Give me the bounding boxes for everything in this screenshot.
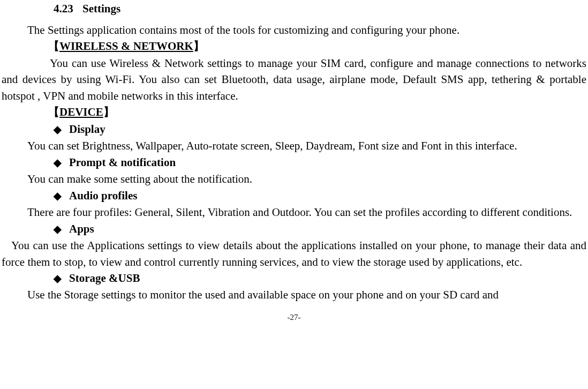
wireless-body-text: You can use Wireless & Network settings … (2, 57, 586, 102)
bullet-storage: ◆Storage &USB (54, 270, 588, 287)
left-bracket-icon: 【 (48, 104, 59, 121)
prompt-body: You can make some setting about the noti… (2, 171, 586, 187)
bullet-apps: ◆Apps (54, 221, 588, 238)
display-body: You can set Brightness, Wallpaper, Auto-… (2, 138, 586, 154)
storage-body: Use the Storage settings to monitor the … (2, 287, 586, 303)
right-bracket-icon: 】 (103, 104, 115, 121)
wireless-heading: 【WIRELESS & NETWORK】 (48, 38, 588, 55)
device-heading-text: DEVICE (59, 106, 103, 118)
page-container: 4.23 Settings The Settings application c… (0, 0, 588, 322)
bullet-label: Storage &USB (69, 272, 140, 285)
bullet-label: Display (69, 123, 105, 136)
wireless-heading-text: WIRELESS & NETWORK (59, 40, 193, 53)
section-title-text: Settings (82, 2, 120, 15)
section-heading: 4.23 Settings (54, 2, 588, 16)
bullet-display: ◆Display (54, 121, 588, 138)
bullet-label: Apps (69, 222, 94, 235)
section-number: 4.23 (54, 2, 73, 16)
bullet-label: Audio profiles (69, 189, 137, 202)
left-bracket-icon: 【 (48, 38, 59, 55)
diamond-icon: ◆ (54, 155, 62, 171)
diamond-icon: ◆ (54, 122, 62, 138)
bullet-audio: ◆Audio profiles (54, 188, 588, 205)
diamond-icon: ◆ (54, 222, 62, 237)
audio-body: There are four profiles: General, Silent… (2, 204, 586, 220)
apps-body: You can use the Applications settings to… (2, 237, 586, 270)
bullet-prompt: ◆Prompt & notification (54, 154, 588, 171)
page-number: -27- (0, 313, 588, 322)
diamond-icon: ◆ (54, 271, 62, 287)
bullet-label: Prompt & notification (69, 156, 176, 169)
intro-paragraph: The Settings application contains most o… (2, 22, 586, 38)
device-heading: 【DEVICE】 (48, 104, 588, 121)
right-bracket-icon: 】 (193, 38, 205, 55)
wireless-body: You can use Wireless & Network settings … (2, 55, 586, 104)
diamond-icon: ◆ (54, 189, 62, 204)
